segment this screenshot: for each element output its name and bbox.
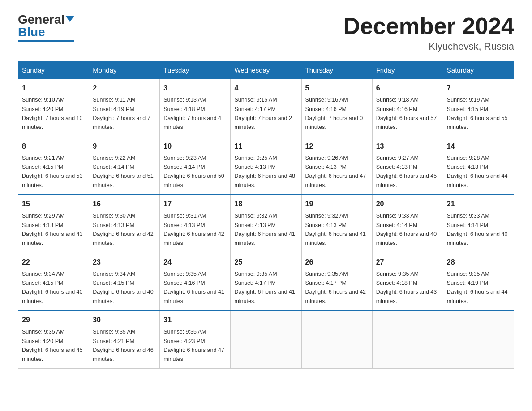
day-info: Sunrise: 9:27 AMSunset: 4:13 PMDaylight:… <box>376 155 437 188</box>
day-info: Sunrise: 9:35 AMSunset: 4:21 PMDaylight:… <box>93 329 154 362</box>
day-number: 3 <box>163 83 227 94</box>
calendar-header-thursday: Thursday <box>301 62 372 79</box>
calendar-header-sunday: Sunday <box>18 62 89 79</box>
day-number: 23 <box>93 257 156 268</box>
calendar-cell <box>231 311 301 368</box>
logo-line <box>18 40 74 42</box>
day-info: Sunrise: 9:25 AMSunset: 4:13 PMDaylight:… <box>234 155 295 188</box>
calendar-cell: 20 Sunrise: 9:33 AMSunset: 4:14 PMDaylig… <box>372 195 443 253</box>
calendar-cell: 18 Sunrise: 9:32 AMSunset: 4:13 PMDaylig… <box>231 195 301 253</box>
day-number: 25 <box>234 257 297 268</box>
calendar-cell: 10 Sunrise: 9:23 AMSunset: 4:14 PMDaylig… <box>160 137 231 195</box>
day-number: 28 <box>447 257 510 268</box>
day-info: Sunrise: 9:33 AMSunset: 4:14 PMDaylight:… <box>447 213 508 246</box>
day-number: 1 <box>22 83 85 94</box>
calendar-cell: 2 Sunrise: 9:11 AMSunset: 4:19 PMDayligh… <box>89 79 160 137</box>
calendar-cell: 22 Sunrise: 9:34 AMSunset: 4:15 PMDaylig… <box>18 253 89 311</box>
calendar-week-row: 29 Sunrise: 9:35 AMSunset: 4:20 PMDaylig… <box>18 311 514 368</box>
day-number: 9 <box>93 141 156 152</box>
calendar-week-row: 8 Sunrise: 9:21 AMSunset: 4:15 PMDayligh… <box>18 137 514 195</box>
logo-triangle-icon <box>65 16 74 22</box>
calendar-cell: 23 Sunrise: 9:34 AMSunset: 4:15 PMDaylig… <box>89 253 160 311</box>
calendar-cell: 29 Sunrise: 9:35 AMSunset: 4:20 PMDaylig… <box>18 311 89 368</box>
day-number: 5 <box>305 83 369 94</box>
day-number: 24 <box>163 257 227 268</box>
day-number: 17 <box>163 199 227 210</box>
day-info: Sunrise: 9:19 AMSunset: 4:15 PMDaylight:… <box>447 97 508 130</box>
day-number: 10 <box>163 141 227 152</box>
calendar-cell: 28 Sunrise: 9:35 AMSunset: 4:19 PMDaylig… <box>443 253 514 311</box>
calendar-cell: 11 Sunrise: 9:25 AMSunset: 4:13 PMDaylig… <box>231 137 301 195</box>
day-info: Sunrise: 9:26 AMSunset: 4:13 PMDaylight:… <box>305 155 366 188</box>
calendar-cell: 14 Sunrise: 9:28 AMSunset: 4:13 PMDaylig… <box>443 137 514 195</box>
calendar-cell: 25 Sunrise: 9:35 AMSunset: 4:17 PMDaylig… <box>231 253 301 311</box>
day-info: Sunrise: 9:35 AMSunset: 4:23 PMDaylight:… <box>163 329 224 362</box>
title-section: December 2024 Klyuchevsk, Russia <box>343 13 514 52</box>
calendar-cell: 12 Sunrise: 9:26 AMSunset: 4:13 PMDaylig… <box>301 137 372 195</box>
day-number: 30 <box>93 315 156 325</box>
calendar-table: SundayMondayTuesdayWednesdayThursdayFrid… <box>18 61 514 369</box>
calendar-cell: 27 Sunrise: 9:35 AMSunset: 4:18 PMDaylig… <box>372 253 443 311</box>
logo-blue-text: Blue <box>18 25 45 39</box>
day-number: 2 <box>93 83 156 94</box>
month-title: December 2024 <box>343 13 514 39</box>
day-info: Sunrise: 9:34 AMSunset: 4:15 PMDaylight:… <box>22 271 83 304</box>
day-info: Sunrise: 9:18 AMSunset: 4:16 PMDaylight:… <box>376 97 437 130</box>
day-number: 7 <box>447 83 510 94</box>
day-number: 16 <box>93 199 156 210</box>
calendar-header-tuesday: Tuesday <box>160 62 231 79</box>
page-header: GeneralBlue December 2024 Klyuchevsk, Ru… <box>18 13 514 52</box>
calendar-cell: 30 Sunrise: 9:35 AMSunset: 4:21 PMDaylig… <box>89 311 160 368</box>
day-number: 19 <box>305 199 369 210</box>
location: Klyuchevsk, Russia <box>343 41 514 52</box>
day-number: 21 <box>447 199 510 210</box>
calendar-cell: 15 Sunrise: 9:29 AMSunset: 4:13 PMDaylig… <box>18 195 89 253</box>
day-number: 6 <box>376 83 439 94</box>
calendar-cell: 1 Sunrise: 9:10 AMSunset: 4:20 PMDayligh… <box>18 79 89 137</box>
calendar-week-row: 22 Sunrise: 9:34 AMSunset: 4:15 PMDaylig… <box>18 253 514 311</box>
calendar-week-row: 1 Sunrise: 9:10 AMSunset: 4:20 PMDayligh… <box>18 79 514 137</box>
day-number: 29 <box>22 315 85 325</box>
calendar-cell <box>443 311 514 368</box>
calendar-cell: 19 Sunrise: 9:32 AMSunset: 4:13 PMDaylig… <box>301 195 372 253</box>
day-number: 8 <box>22 141 85 152</box>
calendar-cell: 26 Sunrise: 9:35 AMSunset: 4:17 PMDaylig… <box>301 253 372 311</box>
day-info: Sunrise: 9:13 AMSunset: 4:18 PMDaylight:… <box>163 97 221 130</box>
day-number: 20 <box>376 199 439 210</box>
calendar-week-row: 15 Sunrise: 9:29 AMSunset: 4:13 PMDaylig… <box>18 195 514 253</box>
calendar-cell: 8 Sunrise: 9:21 AMSunset: 4:15 PMDayligh… <box>18 137 89 195</box>
calendar-cell: 3 Sunrise: 9:13 AMSunset: 4:18 PMDayligh… <box>160 79 231 137</box>
day-number: 15 <box>22 199 85 210</box>
day-number: 31 <box>163 315 227 325</box>
logo: GeneralBlue <box>18 13 74 42</box>
calendar-cell: 13 Sunrise: 9:27 AMSunset: 4:13 PMDaylig… <box>372 137 443 195</box>
day-info: Sunrise: 9:28 AMSunset: 4:13 PMDaylight:… <box>447 155 508 188</box>
day-number: 27 <box>376 257 439 268</box>
day-info: Sunrise: 9:35 AMSunset: 4:17 PMDaylight:… <box>234 271 295 304</box>
day-number: 4 <box>234 83 297 94</box>
calendar-cell: 31 Sunrise: 9:35 AMSunset: 4:23 PMDaylig… <box>160 311 231 368</box>
calendar-header-monday: Monday <box>89 62 160 79</box>
calendar-header-saturday: Saturday <box>443 62 514 79</box>
day-info: Sunrise: 9:10 AMSunset: 4:20 PMDaylight:… <box>22 97 83 130</box>
calendar-cell <box>301 311 372 368</box>
day-info: Sunrise: 9:31 AMSunset: 4:13 PMDaylight:… <box>163 213 224 246</box>
day-info: Sunrise: 9:30 AMSunset: 4:13 PMDaylight:… <box>93 213 154 246</box>
day-info: Sunrise: 9:16 AMSunset: 4:16 PMDaylight:… <box>305 97 363 130</box>
day-number: 18 <box>234 199 297 210</box>
day-info: Sunrise: 9:22 AMSunset: 4:14 PMDaylight:… <box>93 155 154 188</box>
day-info: Sunrise: 9:23 AMSunset: 4:14 PMDaylight:… <box>163 155 224 188</box>
calendar-cell: 4 Sunrise: 9:15 AMSunset: 4:17 PMDayligh… <box>231 79 301 137</box>
calendar-cell: 5 Sunrise: 9:16 AMSunset: 4:16 PMDayligh… <box>301 79 372 137</box>
calendar-cell: 17 Sunrise: 9:31 AMSunset: 4:13 PMDaylig… <box>160 195 231 253</box>
calendar-header-row: SundayMondayTuesdayWednesdayThursdayFrid… <box>18 62 514 79</box>
calendar-cell: 16 Sunrise: 9:30 AMSunset: 4:13 PMDaylig… <box>89 195 160 253</box>
day-info: Sunrise: 9:32 AMSunset: 4:13 PMDaylight:… <box>305 213 366 246</box>
calendar-cell: 21 Sunrise: 9:33 AMSunset: 4:14 PMDaylig… <box>443 195 514 253</box>
day-info: Sunrise: 9:35 AMSunset: 4:18 PMDaylight:… <box>376 271 437 304</box>
day-info: Sunrise: 9:35 AMSunset: 4:17 PMDaylight:… <box>305 271 366 304</box>
logo-text: GeneralBlue <box>18 13 74 39</box>
calendar-cell: 24 Sunrise: 9:35 AMSunset: 4:16 PMDaylig… <box>160 253 231 311</box>
calendar-header-wednesday: Wednesday <box>231 62 301 79</box>
day-info: Sunrise: 9:35 AMSunset: 4:19 PMDaylight:… <box>447 271 508 304</box>
